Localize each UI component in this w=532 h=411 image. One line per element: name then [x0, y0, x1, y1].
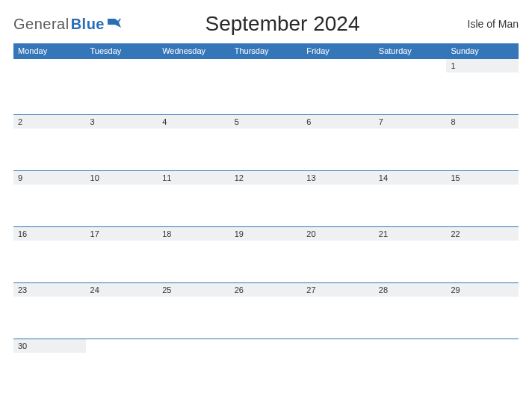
calendar-week: 23242526272829	[13, 282, 519, 339]
day-number: 25	[158, 283, 230, 297]
calendar-day: 17	[86, 227, 158, 282]
calendar-day: 21	[374, 227, 447, 282]
calendar-day: 28	[374, 283, 447, 339]
calendar-week: 2345678	[13, 114, 519, 170]
logo-text-general: General	[13, 16, 69, 33]
day-number: 1	[446, 59, 519, 72]
calendar-day: 26	[230, 283, 303, 339]
day-number	[230, 59, 303, 72]
calendar-day: 15	[446, 171, 519, 226]
day-number: 20	[302, 227, 374, 241]
calendar-day	[302, 339, 374, 362]
day-number: 5	[230, 115, 303, 129]
calendar-week: 1	[13, 58, 519, 114]
day-number: 23	[13, 283, 86, 297]
weekday-fri: Friday	[302, 43, 374, 58]
calendar-day: 24	[86, 283, 158, 339]
calendar-day	[13, 59, 86, 114]
header: General Blue September 2024 Isle of Man	[13, 9, 519, 43]
region-label: Isle of Man	[444, 18, 519, 30]
calendar-day	[230, 339, 303, 362]
calendar-day: 1	[446, 59, 519, 114]
calendar-day	[302, 59, 374, 114]
day-number: 27	[302, 283, 374, 297]
logo-text-blue: Blue	[71, 16, 105, 33]
day-number: 21	[374, 227, 447, 241]
calendar-day: 6	[302, 115, 374, 170]
weekday-tue: Tuesday	[86, 43, 158, 58]
day-number	[86, 339, 158, 353]
day-number: 16	[13, 227, 86, 241]
day-number: 9	[13, 171, 86, 185]
day-number: 10	[86, 171, 158, 185]
calendar-day: 4	[158, 115, 230, 170]
calendar-day: 10	[86, 171, 158, 226]
day-number: 22	[446, 227, 519, 241]
day-number: 29	[446, 283, 519, 297]
weekday-mon: Monday	[13, 43, 86, 58]
day-number: 11	[158, 171, 230, 185]
calendar-day: 29	[446, 283, 519, 339]
calendar-day	[86, 339, 158, 362]
calendar-day: 23	[13, 283, 86, 339]
day-number: 4	[158, 115, 230, 129]
calendar-day: 25	[158, 283, 230, 339]
day-number	[446, 339, 519, 353]
day-number	[13, 59, 86, 72]
calendar-day: 20	[302, 227, 374, 282]
calendar-day	[374, 59, 447, 114]
day-number	[158, 339, 230, 353]
weekday-sat: Saturday	[374, 43, 447, 58]
calendar-day: 8	[446, 115, 519, 170]
calendar-day: 16	[13, 227, 86, 282]
day-number	[374, 59, 447, 72]
day-number: 18	[158, 227, 230, 241]
day-number: 30	[13, 339, 86, 353]
calendar-day	[158, 59, 230, 114]
calendar-day: 9	[13, 171, 86, 226]
day-number	[302, 59, 374, 72]
calendar-day: 5	[230, 115, 303, 170]
day-number: 13	[302, 171, 374, 185]
day-number	[158, 59, 230, 72]
calendar-day	[158, 339, 230, 362]
calendar-day: 27	[302, 283, 374, 339]
calendar-day	[86, 59, 158, 114]
day-number: 24	[86, 283, 158, 297]
logo-flag-icon	[108, 19, 121, 32]
calendar-day: 30	[13, 339, 86, 362]
calendar-day	[446, 339, 519, 362]
calendar-day: 7	[374, 115, 447, 170]
day-number: 6	[302, 115, 374, 129]
weekday-wed: Wednesday	[158, 43, 230, 58]
day-number: 26	[230, 283, 303, 297]
calendar-day: 13	[302, 171, 374, 226]
calendar-week: 16171819202122	[13, 226, 519, 282]
calendar-day: 19	[230, 227, 303, 282]
calendar-day	[230, 59, 303, 114]
day-number: 3	[86, 115, 158, 129]
weekday-thu: Thursday	[230, 43, 303, 58]
calendar-week: 9101112131415	[13, 170, 519, 226]
day-number	[230, 339, 303, 353]
day-number: 12	[230, 171, 303, 185]
day-number: 7	[374, 115, 447, 129]
day-number	[374, 339, 447, 353]
calendar-day: 22	[446, 227, 519, 282]
day-number	[302, 339, 374, 353]
calendar-day: 3	[86, 115, 158, 170]
calendar-week: 30	[13, 339, 519, 362]
calendar-day: 11	[158, 171, 230, 226]
day-number: 17	[86, 227, 158, 241]
calendar-day	[374, 339, 447, 362]
day-number: 8	[446, 115, 519, 129]
calendar-day: 14	[374, 171, 447, 226]
calendar: Monday Tuesday Wednesday Thursday Friday…	[13, 43, 519, 362]
calendar-grid: 1234567891011121314151617181920212223242…	[13, 58, 519, 362]
day-number: 28	[374, 283, 447, 297]
calendar-day: 18	[158, 227, 230, 282]
logo: General Blue	[13, 16, 121, 33]
weekday-header: Monday Tuesday Wednesday Thursday Friday…	[13, 43, 519, 58]
day-number: 2	[13, 115, 86, 129]
weekday-sun: Sunday	[446, 43, 519, 58]
